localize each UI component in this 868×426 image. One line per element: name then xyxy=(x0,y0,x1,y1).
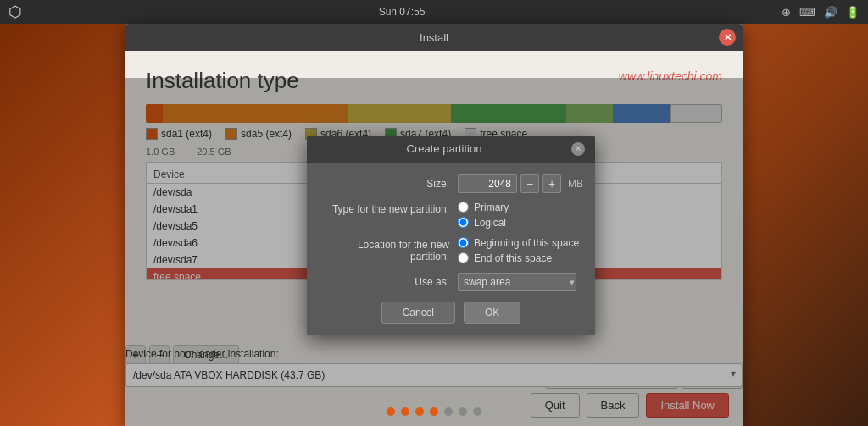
dialog-ok-button[interactable]: OK xyxy=(464,302,520,324)
location-end-row: End of this space xyxy=(458,252,580,264)
type-label: Type for the new partition: xyxy=(322,202,458,215)
network-icon[interactable]: ⊕ xyxy=(782,6,791,19)
size-unit: MB xyxy=(568,178,583,190)
type-primary-row: Primary xyxy=(458,202,580,213)
dialog-titlebar: Create partition ✕ xyxy=(307,136,595,163)
use-as-row: Use as: swap area Ext4 journaling file s… xyxy=(322,273,580,291)
window-close-button[interactable]: ✕ xyxy=(719,29,736,46)
size-increase-button[interactable]: + xyxy=(542,174,561,193)
use-as-select[interactable]: swap area Ext4 journaling file system Ex… xyxy=(458,273,576,291)
topbar-clock: Sun 07:55 xyxy=(379,6,426,18)
dot-6 xyxy=(459,407,467,416)
location-label: Location for the new partition: xyxy=(322,237,458,263)
type-primary-label: Primary xyxy=(474,202,509,213)
dialog-close-button[interactable]: ✕ xyxy=(571,142,585,156)
location-end-label: End of this space xyxy=(474,252,552,264)
window-titlebar: Install ✕ xyxy=(125,24,743,51)
dialog-buttons: Cancel OK xyxy=(322,302,580,324)
type-row: Type for the new partition: Primary Logi… xyxy=(322,202,580,229)
topbar-right: ⊕ ⌨ 🔊 🔋 xyxy=(782,6,860,19)
dialog-cancel-button[interactable]: Cancel xyxy=(381,302,455,324)
location-beginning-row: Beginning of this space xyxy=(458,237,580,249)
topbar-activities-icon: ⬡ xyxy=(8,3,22,21)
main-window: Install ✕ Installation type www.linuxtec… xyxy=(125,24,743,426)
dot-2 xyxy=(401,407,409,416)
topbar: ⬡ Sun 07:55 ⊕ ⌨ 🔊 🔋 xyxy=(0,0,868,24)
dot-1 xyxy=(387,407,395,416)
location-beginning-label: Beginning of this space xyxy=(474,237,579,249)
type-logical-label: Logical xyxy=(474,217,506,229)
pagination-dots xyxy=(387,407,481,416)
type-field: Primary Logical xyxy=(458,202,580,229)
dialog-body: Size: − + MB Type for the new partition: xyxy=(307,163,595,335)
location-end-radio[interactable] xyxy=(458,252,469,263)
size-field: − + MB xyxy=(458,174,583,193)
dot-7 xyxy=(473,407,481,416)
location-row: Location for the new partition: Beginnin… xyxy=(322,237,580,264)
type-primary-radio[interactable] xyxy=(458,202,469,213)
dialog-overlay: Create partition ✕ Size: − + MB xyxy=(125,78,743,426)
keyboard-icon: ⌨ xyxy=(799,6,815,19)
size-label: Size: xyxy=(322,178,458,190)
topbar-left: ⬡ xyxy=(8,3,22,21)
dot-3 xyxy=(415,407,424,416)
dot-4 xyxy=(430,407,438,416)
window-title: Install xyxy=(420,31,448,44)
use-as-label: Use as: xyxy=(322,276,458,288)
dialog-title: Create partition xyxy=(317,142,571,155)
size-decrease-button[interactable]: − xyxy=(520,174,539,193)
location-beginning-radio[interactable] xyxy=(458,237,469,248)
battery-icon[interactable]: 🔋 xyxy=(846,6,860,19)
type-logical-radio[interactable] xyxy=(458,217,469,228)
use-as-field: swap area Ext4 journaling file system Ex… xyxy=(458,273,580,291)
volume-icon[interactable]: 🔊 xyxy=(824,6,837,19)
type-logical-row: Logical xyxy=(458,217,580,229)
location-field: Beginning of this space End of this spac… xyxy=(458,237,580,264)
window-content: Installation type www.linuxtechi.com sda… xyxy=(125,51,743,426)
create-partition-dialog: Create partition ✕ Size: − + MB xyxy=(307,136,595,335)
size-row: Size: − + MB xyxy=(322,174,580,193)
dot-5 xyxy=(444,407,453,416)
size-input[interactable] xyxy=(458,174,517,193)
